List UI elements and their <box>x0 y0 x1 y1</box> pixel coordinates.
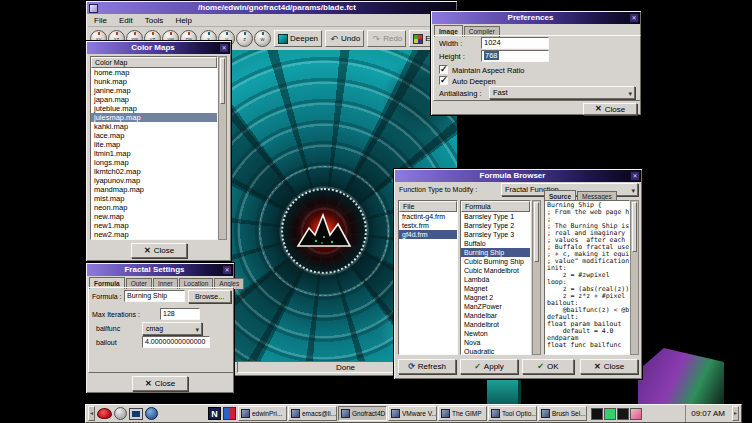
formula-item[interactable]: Burning Ship <box>461 248 530 257</box>
pan-pad[interactable]: z <box>236 30 253 47</box>
color-map-item[interactable]: home.map <box>91 68 217 77</box>
task-button[interactable]: Tool Optio... <box>488 406 537 421</box>
color-map-item[interactable]: lyapunov.map <box>91 176 217 185</box>
formula-item[interactable]: Magnet 2 <box>461 293 530 302</box>
main-menu-lips-icon[interactable] <box>97 408 112 419</box>
pager-swatch[interactable] <box>591 408 603 420</box>
formula-field[interactable]: Burning Ship <box>124 290 185 302</box>
color-map-item[interactable]: longs.map <box>91 158 217 167</box>
formula-item[interactable]: Barnsley Type 3 <box>461 230 530 239</box>
close-icon[interactable] <box>630 171 640 181</box>
fractal-settings-titlebar[interactable]: Fractal Settings <box>87 264 233 276</box>
pager-swatch[interactable] <box>617 408 629 420</box>
width-field[interactable]: 1024 <box>481 37 549 49</box>
task-button[interactable]: The GIMP <box>438 406 487 421</box>
scrollbar-thumb[interactable] <box>632 202 637 252</box>
task-button[interactable]: Brush Sel... <box>538 406 587 421</box>
color-map-column-header[interactable]: Color Map <box>91 57 217 68</box>
color-map-item[interactable]: hunk.map <box>91 77 217 86</box>
formula-browser-close-button[interactable]: Close <box>580 359 638 374</box>
pan-pad[interactable]: w <box>254 30 271 47</box>
color-maps-titlebar[interactable]: Color Maps <box>87 42 230 54</box>
terminal-launcher-icon[interactable] <box>129 408 143 420</box>
menu-item[interactable]: File <box>88 16 113 25</box>
color-map-item[interactable]: janine.map <box>91 86 217 95</box>
formula-item[interactable]: Cubic Burning Ship <box>461 257 530 266</box>
file-column-header[interactable]: File <box>399 201 457 212</box>
formula-item[interactable]: Cubic Mandelbrot <box>461 266 530 275</box>
formula-item[interactable]: Mandelbar <box>461 311 530 320</box>
refresh-button[interactable]: Refresh <box>398 359 456 374</box>
color-map-item[interactable]: neon.map <box>91 203 217 212</box>
globe-launcher-icon[interactable] <box>145 407 158 420</box>
antialias-dropdown[interactable]: Fast <box>489 86 635 99</box>
applet-icon[interactable] <box>223 407 236 420</box>
formula-item[interactable]: Lambda <box>461 275 530 284</box>
window-menu-icon[interactable] <box>89 4 98 13</box>
formula-column-header[interactable]: Formula <box>461 201 530 212</box>
scrollbar-thumb[interactable] <box>534 202 539 262</box>
task-button[interactable]: Gnofract4D <box>338 406 387 421</box>
bailfunc-dropdown[interactable]: cmag <box>142 322 202 335</box>
menu-item[interactable]: Tools <box>139 16 170 25</box>
menu-item[interactable]: Edit <box>113 16 139 25</box>
preferences-titlebar[interactable]: Preferences <box>432 12 640 24</box>
source-scrollbar[interactable] <box>630 200 639 355</box>
menu-item[interactable]: Help <box>169 16 197 25</box>
color-map-item[interactable]: lkmtch02.map <box>91 167 217 176</box>
color-map-item[interactable]: japan.map <box>91 95 217 104</box>
formula-item[interactable]: Magnet <box>461 284 530 293</box>
color-map-item[interactable]: lace.map <box>91 131 217 140</box>
close-icon[interactable] <box>629 13 639 23</box>
undo-button[interactable]: Undo <box>325 30 364 47</box>
bailout-field[interactable]: 4.00000000000000 <box>142 336 210 348</box>
color-map-item[interactable]: lite.map <box>91 140 217 149</box>
main-window-titlebar[interactable]: /home/edwin/gnofract4d/params/blade.fct <box>87 2 456 14</box>
panel-hide-right-button[interactable]: ▸ <box>732 406 739 421</box>
color-map-item[interactable]: new.map <box>91 212 217 221</box>
preferences-close-button[interactable]: Close <box>583 103 637 115</box>
formula-item[interactable]: Buffalo <box>461 239 530 248</box>
height-field[interactable]: 768 <box>481 50 549 62</box>
ok-button[interactable]: OK <box>522 359 574 374</box>
formula-item[interactable]: Mandelbrot <box>461 320 530 329</box>
color-map-item[interactable]: new2.map <box>91 230 217 239</box>
task-button[interactable]: emacs@li... <box>288 406 337 421</box>
max-iterations-field[interactable]: 128 <box>160 308 200 320</box>
auto-deepen-checkbox[interactable] <box>439 76 448 85</box>
gimp-launcher-icon[interactable] <box>114 407 127 420</box>
settings-close-button[interactable]: Close <box>132 376 188 391</box>
color-map-item[interactable]: new1.map <box>91 221 217 230</box>
formula-item[interactable]: Nova <box>461 338 530 347</box>
color-map-item[interactable]: mist.map <box>91 194 217 203</box>
close-icon[interactable] <box>222 265 232 275</box>
close-icon[interactable] <box>219 43 229 53</box>
color-map-item[interactable]: julesmap.map <box>91 113 217 122</box>
formula-browser-titlebar[interactable]: Formula Browser <box>395 170 641 182</box>
file-item[interactable]: gf4d.frm <box>399 230 457 239</box>
formula-item[interactable]: ManZPower <box>461 302 530 311</box>
formula-item[interactable]: Barnsley Type 1 <box>461 212 530 221</box>
source-code-panel[interactable]: Burning Ship {; From the web page http:/… <box>544 200 630 355</box>
color-map-item[interactable]: juteblue.map <box>91 104 217 113</box>
file-item[interactable]: testx.frm <box>399 221 457 230</box>
apply-button[interactable]: Apply <box>460 359 518 374</box>
color-maps-close-button[interactable]: Close <box>131 243 187 258</box>
formula-item[interactable]: Barnsley Type 2 <box>461 221 530 230</box>
color-map-item[interactable]: ltmin1.map <box>91 149 217 158</box>
scrollbar-thumb[interactable] <box>220 58 225 104</box>
formula-list-scrollbar[interactable] <box>532 200 541 355</box>
netscape-icon[interactable]: N <box>208 407 221 420</box>
browse-button[interactable]: Browse... <box>188 290 231 303</box>
formula-item[interactable]: Newton <box>461 329 530 338</box>
redo-button[interactable]: Redo <box>367 30 406 47</box>
task-button[interactable]: edwinPri... <box>238 406 287 421</box>
deepen-button[interactable]: Deepen <box>274 30 322 47</box>
formula-item[interactable]: Quadratic <box>461 347 530 355</box>
pager-swatch[interactable] <box>630 408 642 420</box>
task-button[interactable]: VMware V... <box>388 406 437 421</box>
pager-swatch[interactable] <box>604 408 616 420</box>
file-item[interactable]: fractint-g4.frm <box>399 212 457 221</box>
color-map-scrollbar[interactable] <box>218 56 227 240</box>
color-map-item[interactable]: mandmap.map <box>91 185 217 194</box>
